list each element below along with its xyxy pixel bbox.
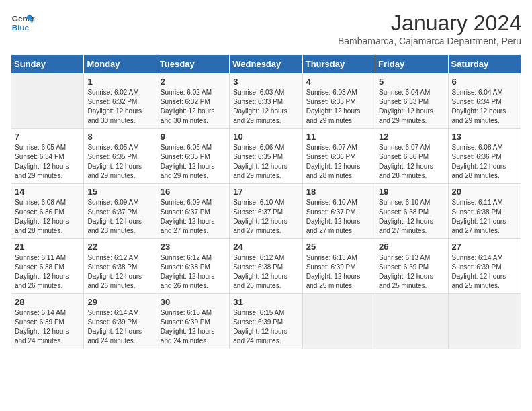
day-info: Sunrise: 6:04 AMSunset: 6:34 PMDaylight:…: [452, 89, 506, 124]
location-subtitle: Bambamarca, Cajamarca Department, Peru: [338, 36, 521, 46]
day-number: 28: [15, 297, 80, 307]
calendar-cell: 25 Sunrise: 6:13 AMSunset: 6:39 PMDaylig…: [302, 239, 375, 294]
day-info: Sunrise: 6:11 AMSunset: 6:38 PMDaylight:…: [15, 254, 69, 289]
calendar-cell: 12 Sunrise: 6:07 AMSunset: 6:36 PMDaylig…: [375, 129, 448, 184]
day-number: 4: [306, 77, 371, 87]
calendar-cell: 1 Sunrise: 6:02 AMSunset: 6:32 PMDayligh…: [84, 74, 157, 129]
day-number: 7: [15, 132, 80, 142]
day-number: 22: [87, 242, 152, 252]
header-sunday: Sunday: [11, 55, 84, 74]
calendar-cell: 27 Sunrise: 6:14 AMSunset: 6:39 PMDaylig…: [448, 239, 521, 294]
day-info: Sunrise: 6:11 AMSunset: 6:38 PMDaylight:…: [452, 199, 506, 234]
day-number: 25: [306, 242, 371, 252]
day-number: 14: [15, 187, 80, 197]
calendar-cell: 13 Sunrise: 6:08 AMSunset: 6:36 PMDaylig…: [448, 129, 521, 184]
day-number: 23: [161, 242, 226, 252]
day-info: Sunrise: 6:08 AMSunset: 6:36 PMDaylight:…: [452, 144, 506, 179]
calendar-cell: [302, 294, 375, 349]
day-info: Sunrise: 6:05 AMSunset: 6:35 PMDaylight:…: [87, 144, 142, 179]
day-number: 6: [452, 77, 517, 87]
day-info: Sunrise: 6:14 AMSunset: 6:39 PMDaylight:…: [15, 309, 69, 345]
day-number: 31: [233, 297, 298, 307]
day-info: Sunrise: 6:07 AMSunset: 6:36 PMDaylight:…: [306, 144, 361, 179]
day-number: 19: [379, 187, 444, 197]
calendar-cell: 17 Sunrise: 6:10 AMSunset: 6:37 PMDaylig…: [230, 184, 302, 239]
day-info: Sunrise: 6:09 AMSunset: 6:37 PMDaylight:…: [161, 199, 215, 234]
calendar-cell: 14 Sunrise: 6:08 AMSunset: 6:36 PMDaylig…: [11, 184, 84, 239]
calendar-cell: 7 Sunrise: 6:05 AMSunset: 6:34 PMDayligh…: [11, 129, 84, 184]
day-info: Sunrise: 6:03 AMSunset: 6:33 PMDaylight:…: [233, 89, 287, 124]
calendar-week-1: 1 Sunrise: 6:02 AMSunset: 6:32 PMDayligh…: [11, 74, 521, 129]
calendar-cell: 2 Sunrise: 6:02 AMSunset: 6:32 PMDayligh…: [157, 74, 229, 129]
day-number: 20: [452, 187, 517, 197]
header-wednesday: Wednesday: [230, 55, 302, 74]
day-number: 10: [233, 132, 298, 142]
day-number: 26: [379, 242, 444, 252]
calendar-cell: 4 Sunrise: 6:03 AMSunset: 6:33 PMDayligh…: [302, 74, 375, 129]
title-block: January 2024 Bambamarca, Cajamarca Depar…: [338, 11, 521, 46]
day-info: Sunrise: 6:06 AMSunset: 6:35 PMDaylight:…: [161, 144, 215, 179]
calendar-cell: [448, 294, 521, 349]
month-title: January 2024: [338, 11, 521, 36]
calendar-cell: 21 Sunrise: 6:11 AMSunset: 6:38 PMDaylig…: [11, 239, 84, 294]
day-info: Sunrise: 6:02 AMSunset: 6:32 PMDaylight:…: [87, 89, 142, 124]
day-info: Sunrise: 6:10 AMSunset: 6:37 PMDaylight:…: [233, 199, 287, 234]
calendar-cell: [11, 74, 84, 129]
day-info: Sunrise: 6:15 AMSunset: 6:39 PMDaylight:…: [161, 309, 215, 345]
header-saturday: Saturday: [448, 55, 521, 74]
day-info: Sunrise: 6:10 AMSunset: 6:37 PMDaylight:…: [306, 199, 361, 234]
day-info: Sunrise: 6:03 AMSunset: 6:33 PMDaylight:…: [306, 89, 361, 124]
day-number: 11: [306, 132, 371, 142]
day-info: Sunrise: 6:12 AMSunset: 6:38 PMDaylight:…: [87, 254, 142, 289]
day-number: 21: [15, 242, 80, 252]
day-info: Sunrise: 6:09 AMSunset: 6:37 PMDaylight:…: [87, 199, 142, 234]
calendar-cell: 29 Sunrise: 6:14 AMSunset: 6:39 PMDaylig…: [84, 294, 157, 349]
calendar-cell: 3 Sunrise: 6:03 AMSunset: 6:33 PMDayligh…: [230, 74, 302, 129]
day-number: 1: [87, 77, 152, 87]
day-info: Sunrise: 6:05 AMSunset: 6:34 PMDaylight:…: [15, 144, 69, 179]
calendar-week-5: 28 Sunrise: 6:14 AMSunset: 6:39 PMDaylig…: [11, 294, 521, 349]
day-info: Sunrise: 6:13 AMSunset: 6:39 PMDaylight:…: [379, 254, 433, 289]
day-info: Sunrise: 6:10 AMSunset: 6:38 PMDaylight:…: [379, 199, 433, 234]
page-header: General Blue January 2024 Bambamarca, Ca…: [11, 11, 521, 46]
calendar-cell: 16 Sunrise: 6:09 AMSunset: 6:37 PMDaylig…: [157, 184, 229, 239]
day-number: 16: [161, 187, 226, 197]
header-thursday: Thursday: [302, 55, 375, 74]
calendar-cell: 26 Sunrise: 6:13 AMSunset: 6:39 PMDaylig…: [375, 239, 448, 294]
day-number: 15: [87, 187, 152, 197]
svg-text:Blue: Blue: [12, 23, 30, 32]
day-number: 2: [161, 77, 226, 87]
calendar-table: Sunday Monday Tuesday Wednesday Thursday…: [11, 54, 521, 349]
day-number: 17: [233, 187, 298, 197]
day-info: Sunrise: 6:12 AMSunset: 6:38 PMDaylight:…: [161, 254, 215, 289]
day-number: 12: [379, 132, 444, 142]
logo-icon: General Blue: [11, 11, 35, 35]
calendar-cell: 28 Sunrise: 6:14 AMSunset: 6:39 PMDaylig…: [11, 294, 84, 349]
day-number: 24: [233, 242, 298, 252]
day-number: 9: [161, 132, 226, 142]
calendar-cell: 10 Sunrise: 6:06 AMSunset: 6:35 PMDaylig…: [230, 129, 302, 184]
header-friday: Friday: [375, 55, 448, 74]
calendar-cell: 5 Sunrise: 6:04 AMSunset: 6:33 PMDayligh…: [375, 74, 448, 129]
calendar-cell: 8 Sunrise: 6:05 AMSunset: 6:35 PMDayligh…: [84, 129, 157, 184]
day-info: Sunrise: 6:04 AMSunset: 6:33 PMDaylight:…: [379, 89, 433, 124]
calendar-cell: 18 Sunrise: 6:10 AMSunset: 6:37 PMDaylig…: [302, 184, 375, 239]
day-number: 27: [452, 242, 517, 252]
calendar-cell: 30 Sunrise: 6:15 AMSunset: 6:39 PMDaylig…: [157, 294, 229, 349]
header-monday: Monday: [84, 55, 157, 74]
calendar-cell: 31 Sunrise: 6:15 AMSunset: 6:39 PMDaylig…: [230, 294, 302, 349]
calendar-cell: [375, 294, 448, 349]
day-number: 29: [87, 297, 152, 307]
day-number: 13: [452, 132, 517, 142]
header-row: Sunday Monday Tuesday Wednesday Thursday…: [11, 55, 521, 74]
calendar-week-2: 7 Sunrise: 6:05 AMSunset: 6:34 PMDayligh…: [11, 129, 521, 184]
day-info: Sunrise: 6:13 AMSunset: 6:39 PMDaylight:…: [306, 254, 361, 289]
day-info: Sunrise: 6:14 AMSunset: 6:39 PMDaylight:…: [87, 309, 142, 345]
day-number: 5: [379, 77, 444, 87]
calendar-cell: 22 Sunrise: 6:12 AMSunset: 6:38 PMDaylig…: [84, 239, 157, 294]
calendar-cell: 23 Sunrise: 6:12 AMSunset: 6:38 PMDaylig…: [157, 239, 229, 294]
calendar-week-3: 14 Sunrise: 6:08 AMSunset: 6:36 PMDaylig…: [11, 184, 521, 239]
day-info: Sunrise: 6:02 AMSunset: 6:32 PMDaylight:…: [161, 89, 215, 124]
calendar-cell: 20 Sunrise: 6:11 AMSunset: 6:38 PMDaylig…: [448, 184, 521, 239]
day-number: 3: [233, 77, 298, 87]
